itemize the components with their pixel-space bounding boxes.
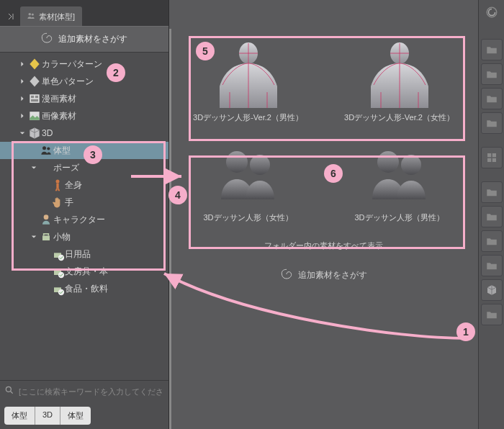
folder-button[interactable]: [481, 63, 503, 85]
folder-button[interactable]: [481, 230, 503, 252]
material-label: 3Dデッサン人形-Ver.2（男性）: [193, 112, 303, 123]
svg-rect-26: [492, 158, 495, 162]
tree-item[interactable]: 3D: [0, 125, 168, 142]
diamond-gray-icon: [27, 74, 42, 89]
folder-button[interactable]: [481, 39, 503, 60]
tree-item[interactable]: 全身: [0, 176, 168, 194]
tree-item-label: 3D: [42, 128, 53, 138]
material-row: 3Dデッサン人形-Ver.2（男性）3Dデッサン人形-Ver.2（女性）: [181, 36, 467, 123]
expand-icon: [17, 96, 27, 101]
hand-icon: [50, 195, 65, 209]
tree-item[interactable]: 手: [0, 194, 168, 211]
svg-point-18: [226, 151, 248, 173]
grid-button[interactable]: [481, 147, 503, 168]
material-panel: 素材[体型] 追加素材をさがす カラーパターン単色パターン漫画素材画像素材3D体…: [0, 0, 169, 429]
svg-rect-5: [31, 99, 38, 101]
svg-point-14: [58, 289, 64, 295]
material-card[interactable]: 3Dデッサン人形（男性）: [338, 136, 461, 223]
tree-item[interactable]: カラーパターン: [0, 55, 168, 73]
tree-item[interactable]: キャラクター: [0, 211, 168, 228]
svg-point-21: [401, 155, 421, 175]
tree-item-label: キャラクター: [53, 214, 105, 226]
person-red-icon: [50, 178, 65, 192]
material-grid: 3Dデッサン人形-Ver.2（男性）3Dデッサン人形-Ver.2（女性） 3Dデ…: [169, 0, 478, 429]
svg-point-8: [47, 147, 50, 150]
tree-item-label: 全身: [65, 179, 82, 191]
svg-rect-23: [487, 153, 491, 157]
tree-item[interactable]: 漫画素材: [0, 90, 168, 107]
tab-material[interactable]: 素材[体型]: [20, 6, 82, 26]
manga-icon: [27, 91, 42, 106]
svg-point-11: [44, 214, 49, 220]
find-more-footer[interactable]: 追加素材をさがす: [281, 268, 367, 282]
tree-item-label: 画像素材: [42, 110, 76, 122]
character-icon: [39, 212, 53, 227]
material-label: 3Dデッサン人形（男性）: [354, 212, 444, 223]
expand-icon: [29, 165, 39, 171]
tree-item[interactable]: 食品・飲料: [0, 280, 168, 297]
material-thumbnail: [205, 136, 292, 208]
tree-item[interactable]: 画像素材: [0, 107, 168, 125]
refresh-button[interactable]: [481, 4, 503, 20]
tree-item[interactable]: 日用品: [0, 245, 168, 263]
material-thumbnail: [205, 36, 292, 108]
folder-button[interactable]: [481, 181, 503, 203]
svg-rect-25: [487, 158, 491, 162]
material-tree: カラーパターン単色パターン漫画素材画像素材3D体型ポーズ全身手キャラクター小物日…: [0, 53, 168, 380]
cube-button[interactable]: [481, 279, 503, 301]
cube-icon: [27, 126, 42, 140]
expand-icon: [29, 234, 39, 240]
spiral-icon: [281, 268, 292, 282]
find-more-label: 追加素材をさがす: [58, 33, 127, 45]
tree-item-label: 体型: [53, 145, 71, 157]
search-bar: [0, 380, 168, 402]
tree-item-label: 手: [65, 197, 73, 209]
svg-point-19: [250, 155, 270, 175]
tree-item[interactable]: 単色パターン: [0, 73, 168, 90]
material-label: 3Dデッサン人形（女性）: [203, 212, 292, 223]
image-icon: [27, 109, 42, 123]
svg-rect-10: [56, 184, 58, 189]
tree-item[interactable]: 体型: [0, 142, 168, 159]
svg-point-9: [56, 180, 60, 184]
folder-button[interactable]: [481, 255, 503, 276]
svg-point-20: [377, 151, 399, 173]
tree-item[interactable]: 文房具・本: [0, 263, 168, 280]
tree-item-label: 漫画素材: [42, 93, 76, 105]
tab-label: 素材[体型]: [39, 12, 75, 22]
tree-item[interactable]: ポーズ: [0, 159, 168, 176]
show-all-link[interactable]: フォルダー内の素材をすべて表示: [264, 240, 383, 251]
breadcrumb-item[interactable]: 体型: [60, 407, 91, 425]
search-input[interactable]: [19, 387, 164, 396]
breadcrumb-item[interactable]: 体型: [4, 407, 35, 425]
prop-q-icon: [50, 264, 65, 279]
search-icon: [4, 385, 14, 398]
people-icon: [26, 11, 36, 22]
material-thumbnail: [356, 136, 443, 208]
breadcrumb-item[interactable]: 3D: [35, 407, 60, 425]
tree-item-label: 文房具・本: [65, 266, 108, 278]
material-thumbnail: [356, 36, 443, 108]
material-label: 3Dデッサン人形-Ver.2（女性）: [344, 112, 454, 123]
material-card[interactable]: 3Dデッサン人形-Ver.2（男性）: [187, 36, 310, 123]
tree-item[interactable]: 小物: [0, 228, 168, 245]
svg-point-12: [58, 255, 64, 261]
tree-item-label: 食品・飲料: [65, 283, 108, 295]
find-more-header[interactable]: 追加素材をさがす: [0, 26, 168, 53]
right-toolbar: [478, 0, 504, 429]
svg-rect-3: [31, 96, 34, 98]
folder-button[interactable]: [481, 206, 503, 227]
expand-icon: [17, 78, 27, 84]
folder-button[interactable]: [481, 88, 503, 109]
prop-q-icon: [50, 281, 65, 296]
material-card[interactable]: 3Dデッサン人形（女性）: [187, 136, 310, 223]
svg-point-1: [32, 14, 34, 16]
folder-button[interactable]: [481, 304, 503, 325]
svg-point-15: [6, 387, 11, 392]
expand-icon: [17, 113, 27, 119]
collapse-icon[interactable]: [7, 13, 14, 20]
panel-resizer[interactable]: [169, 29, 171, 429]
folder-button[interactable]: [481, 112, 503, 134]
svg-point-0: [29, 13, 32, 16]
material-card[interactable]: 3Dデッサン人形-Ver.2（女性）: [338, 36, 461, 123]
